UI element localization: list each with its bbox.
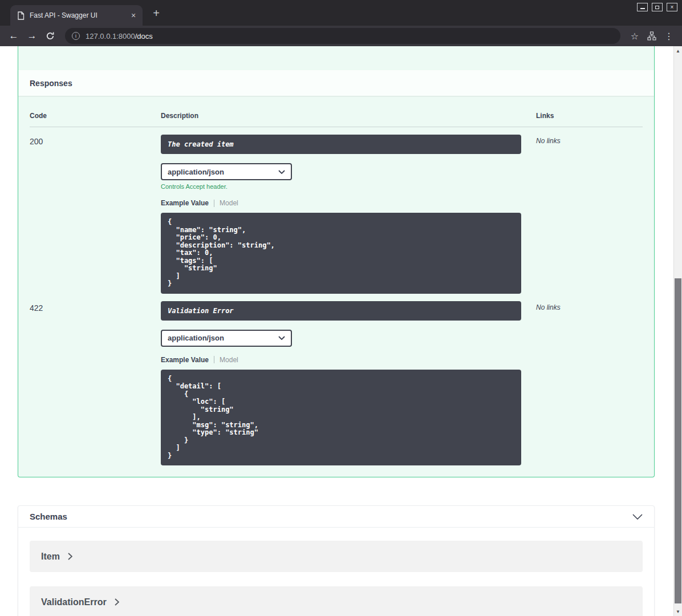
example-model-tabs: Example Value Model	[161, 356, 536, 364]
endpoint-opblock: Responses Code Description Links 200 The…	[18, 46, 655, 477]
new-tab-button[interactable]: +	[149, 7, 163, 20]
column-header-description: Description	[161, 112, 536, 120]
responses-title: Responses	[30, 79, 72, 88]
address-bar[interactable]: i 127.0.0.1:8000/docs	[65, 28, 620, 44]
response-row-422: 422 Validation Error application/json Ex…	[30, 294, 643, 466]
tab-title: Fast API - Swagger UI	[30, 11, 128, 19]
bookmark-star-icon[interactable]: ☆	[626, 27, 643, 44]
accept-header-note: Controls Accept header.	[161, 183, 536, 190]
forward-button[interactable]: →	[23, 27, 41, 44]
tab-example-value[interactable]: Example Value	[161, 356, 209, 364]
chevron-down-icon	[632, 514, 643, 520]
response-description: The created item	[161, 135, 521, 154]
tab-example-value[interactable]: Example Value	[161, 199, 209, 207]
browser-tab[interactable]: Fast API - Swagger UI ×	[10, 5, 143, 26]
scrollbar-thumb[interactable]	[675, 278, 681, 603]
model-name: ValidationError	[41, 597, 107, 607]
tab-model[interactable]: Model	[220, 356, 238, 364]
response-description: Validation Error	[161, 301, 521, 321]
response-links: No links	[536, 301, 643, 466]
column-header-links: Links	[536, 112, 643, 120]
reload-button[interactable]	[41, 27, 59, 44]
tab-separator	[214, 356, 214, 363]
response-description-cell: Validation Error application/json Exampl…	[161, 301, 536, 466]
site-info-icon[interactable]: i	[72, 32, 80, 40]
response-code: 200	[30, 135, 161, 294]
opblock-spacer	[18, 46, 654, 70]
model-validation-error[interactable]: ValidationError	[30, 586, 643, 616]
media-type-value: application/json	[168, 168, 224, 176]
browser-chrome: Fast API - Swagger UI × + × ← → i 127.0.…	[0, 0, 682, 46]
response-row-200: 200 The created item application/json Co…	[30, 127, 643, 294]
browser-toolbar: ← → i 127.0.0.1:8000/docs ☆ ⋮	[0, 26, 682, 46]
media-type-value: application/json	[168, 334, 224, 342]
chevron-right-icon	[115, 598, 119, 606]
sitemap-icon[interactable]	[643, 27, 660, 44]
chevron-right-icon	[68, 553, 72, 560]
chevron-down-icon	[278, 336, 285, 340]
response-description-cell: The created item application/json Contro…	[161, 135, 536, 294]
maximize-button[interactable]	[652, 3, 663, 11]
browser-menu-icon[interactable]: ⋮	[660, 27, 677, 44]
tab-favicon-document-icon	[17, 11, 25, 20]
tab-close-icon[interactable]: ×	[128, 10, 139, 21]
page-viewport: Responses Code Description Links 200 The…	[0, 46, 682, 616]
example-model-tabs: Example Value Model	[161, 199, 536, 207]
tab-strip: Fast API - Swagger UI × + ×	[0, 0, 682, 26]
page-scrollbar[interactable]: ▲ ▼	[673, 46, 682, 616]
swagger-content: Responses Code Description Links 200 The…	[0, 46, 673, 616]
scroll-up-icon[interactable]: ▲	[674, 46, 682, 55]
reload-icon	[46, 31, 55, 40]
responses-section-header: Responses	[18, 70, 654, 96]
tab-model[interactable]: Model	[220, 199, 238, 207]
minimize-icon	[640, 8, 645, 9]
schemas-models: Item ValidationError	[18, 528, 654, 616]
response-code: 422	[30, 301, 161, 466]
url-path: /docs	[135, 32, 153, 40]
url-host: 127.0.0.1:8000	[86, 32, 135, 40]
schemas-header[interactable]: Schemas	[18, 506, 654, 528]
response-links: No links	[536, 135, 643, 294]
chevron-down-icon	[278, 170, 285, 174]
schemas-section: Schemas Item ValidationError	[18, 505, 655, 616]
media-type-select[interactable]: application/json	[161, 330, 292, 347]
maximize-icon	[655, 6, 659, 9]
responses-table-header: Code Description Links	[30, 107, 643, 127]
close-window-button[interactable]: ×	[667, 3, 677, 11]
example-json-block: { "name": "string", "price": 0, "descrip…	[161, 213, 521, 294]
back-button[interactable]: ←	[5, 27, 23, 44]
tab-separator	[214, 200, 214, 207]
window-controls: ×	[633, 3, 677, 11]
media-type-select[interactable]: application/json	[161, 163, 292, 180]
example-json-block: { "detail": [ { "loc": [ "string" ], "ms…	[161, 370, 521, 466]
minimize-button[interactable]	[637, 3, 648, 11]
model-name: Item	[41, 552, 60, 562]
scroll-down-icon[interactable]: ▼	[674, 607, 682, 616]
schemas-title: Schemas	[30, 512, 67, 521]
responses-table: Code Description Links 200 The created i…	[18, 96, 654, 477]
model-item[interactable]: Item	[30, 541, 643, 572]
column-header-code: Code	[30, 112, 161, 120]
